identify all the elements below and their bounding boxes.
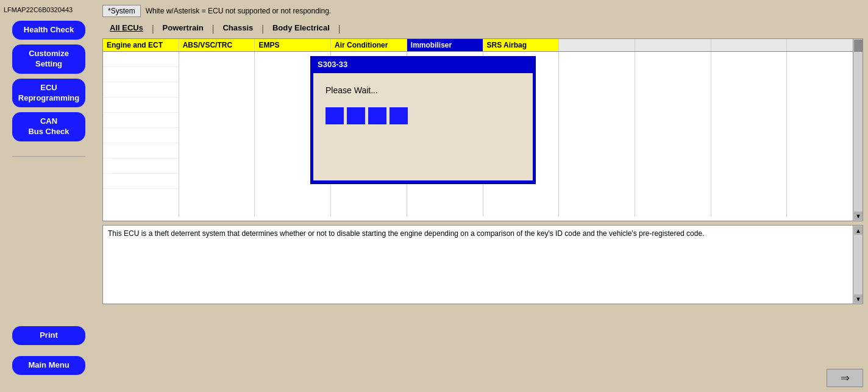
modal-body: Please Wait...	[313, 73, 533, 180]
bottom-nav: ⇒	[827, 369, 863, 387]
ecu-col-engine[interactable]: Engine and ECT	[103, 39, 179, 51]
print-button[interactable]: Print	[12, 326, 85, 345]
progress-block-1	[326, 107, 344, 124]
description-text: This ECU is a theft deterrent system tha…	[108, 229, 704, 238]
ecu-table: Engine and ECT ABS/VSC/TRC EMPS Air Cond…	[102, 38, 863, 221]
nav-arrow-icon: ⇒	[841, 371, 850, 385]
progress-block-4	[390, 107, 408, 124]
progress-block-3	[368, 107, 386, 124]
main-menu-button[interactable]: Main Menu	[12, 356, 85, 375]
vin-label: LFMAP22C6B0320443	[0, 6, 73, 13]
tabs-row: All ECUs | Powertrain | Chassis | Body E…	[102, 21, 863, 36]
tab-powertrain[interactable]: Powertrain	[155, 21, 211, 36]
description-area: This ECU is a theft deterrent system tha…	[102, 225, 863, 304]
ecu-col-abs[interactable]: ABS/VSC/TRC	[179, 39, 255, 51]
modal-dialog: S303-33 Please Wait...	[310, 56, 536, 184]
ecu-col-empty2	[635, 39, 711, 51]
tab-all-ecus[interactable]: All ECUs	[102, 21, 151, 36]
ecu-data-col-8	[635, 52, 711, 216]
ecu-data-col-9	[711, 52, 788, 216]
desc-scroll-up-icon[interactable]: ▲	[854, 226, 863, 235]
ecu-col-srs[interactable]: SRS Airbag	[483, 39, 560, 51]
ecu-data-col-10	[787, 52, 863, 216]
ecu-scrollbar-thumb[interactable]	[854, 40, 863, 52]
ecu-data-col-1	[103, 52, 179, 216]
ecu-scrollbar[interactable]: ▼	[853, 39, 863, 221]
progress-block-2	[347, 107, 365, 124]
asterisk-note: White w/Asterisk = ECU not supported or …	[146, 7, 331, 15]
ecu-header-row: Engine and ECT ABS/VSC/TRC EMPS Air Cond…	[103, 39, 863, 52]
ecu-col-immobiliser[interactable]: Immobiliser	[407, 39, 483, 51]
ecu-reprogramming-button[interactable]: ECUReprogramming	[12, 79, 85, 108]
modal-titlebar: S303-33	[311, 57, 535, 71]
ecu-data-col-7	[559, 52, 635, 216]
customize-setting-button[interactable]: CustomizeSetting	[12, 45, 85, 74]
ecu-col-empty1	[559, 39, 635, 51]
topbar: *System White w/Asterisk = ECU not suppo…	[102, 5, 863, 17]
system-button[interactable]: *System	[102, 5, 141, 17]
desc-scroll-down-icon[interactable]: ▼	[854, 294, 863, 303]
ecu-col-empty3	[711, 39, 788, 51]
can-bus-check-button[interactable]: CANBus Check	[12, 112, 85, 141]
health-check-button[interactable]: Health Check	[12, 21, 85, 40]
tab-body-electrical[interactable]: Body Electrical	[265, 21, 337, 36]
sidebar-bottom-buttons: Print Main Menu	[12, 326, 85, 380]
ecu-col-empty4	[787, 39, 863, 51]
ecu-data-col-2	[179, 52, 255, 216]
sidebar-divider	[12, 156, 85, 157]
main-content: *System White w/Asterisk = ECU not suppo…	[98, 0, 868, 392]
sidebar: LFMAP22C6B0320443 Health Check Customize…	[0, 0, 98, 392]
ecu-scroll-down-icon[interactable]: ▼	[854, 212, 863, 220]
ecu-col-emps[interactable]: EMPS	[255, 39, 331, 51]
progress-bars	[326, 107, 521, 124]
ecu-col-ac[interactable]: Air Conditioner	[331, 39, 407, 51]
desc-scrollbar[interactable]: ▲ ▼	[853, 226, 863, 304]
tab-chassis[interactable]: Chassis	[215, 21, 260, 36]
modal-message: Please Wait...	[326, 85, 521, 95]
nav-arrow-button[interactable]: ⇒	[827, 369, 863, 387]
